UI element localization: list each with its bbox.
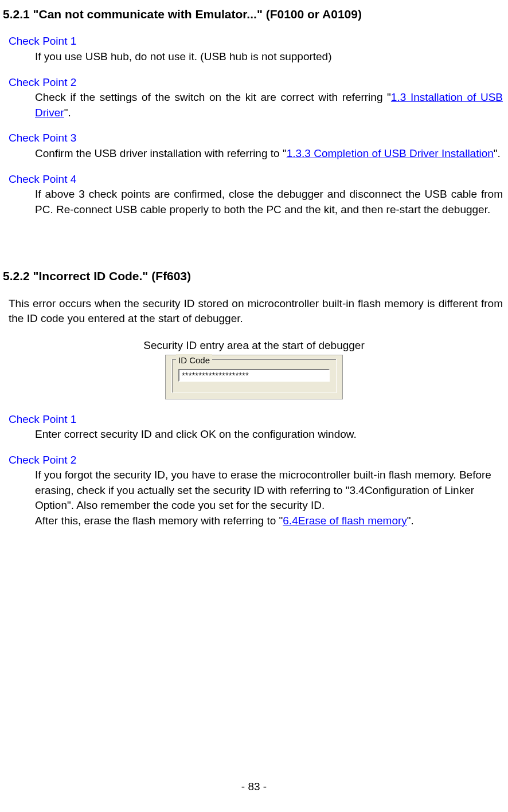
check-point-1-body: If you use USB hub, do not use it. (USB … xyxy=(35,49,503,65)
id-code-caption: Security ID entry area at the start of d… xyxy=(3,338,505,354)
check-point-2-label: Check Point 2 xyxy=(9,75,505,91)
s2-cp2-para2: After this, erase the flash memory with … xyxy=(35,513,503,529)
s2-cp2-text-before: After this, erase the flash memory with … xyxy=(35,515,283,527)
check-point-3-body: Confirm the USB driver installation with… xyxy=(35,146,503,162)
check-point-2-body: Check if the settings of the switch on t… xyxy=(35,90,503,120)
s2-check-point-1-label: Check Point 1 xyxy=(9,412,505,427)
section2-intro: This error occurs when the security ID s… xyxy=(9,296,503,327)
cp2-text-before: Check if the settings of the switch on t… xyxy=(35,91,391,103)
s2-check-point-2-body: If you forgot the security ID, you have … xyxy=(35,468,503,528)
link-64-erase[interactable]: 6.4Erase of flash memory xyxy=(283,515,407,527)
id-code-screenshot: ID Code ******************** xyxy=(165,355,343,399)
id-code-legend: ID Code xyxy=(176,354,212,366)
id-code-input: ******************** xyxy=(178,369,330,382)
id-code-value: ******************** xyxy=(182,369,249,381)
check-point-1-label: Check Point 1 xyxy=(9,34,505,49)
cp3-text-after: ". xyxy=(494,147,501,159)
link-133-completion[interactable]: 1.3.3 Completion of USB Driver Installat… xyxy=(287,147,494,159)
s2-cp2-text-after: ". xyxy=(407,515,414,527)
s2-check-point-1-body: Enter correct security ID and click OK o… xyxy=(35,427,503,442)
check-point-3-label: Check Point 3 xyxy=(9,131,505,146)
s2-cp2-para1: If you forgot the security ID, you have … xyxy=(35,468,503,513)
cp3-text-before: Confirm the USB driver installation with… xyxy=(35,147,287,159)
s2-check-point-2-label: Check Point 2 xyxy=(9,453,505,468)
page-number: - 83 - xyxy=(0,779,508,795)
section-heading-521: 5.2.1 "Can not communicate with Emulator… xyxy=(3,6,505,22)
cp2-text-after: ". xyxy=(64,107,71,119)
check-point-4-label: Check Point 4 xyxy=(9,172,505,187)
section-heading-522: 5.2.2 "Incorrect ID Code." (Ff603) xyxy=(3,268,505,284)
check-point-4-body: If above 3 check points are confirmed, c… xyxy=(35,187,503,217)
